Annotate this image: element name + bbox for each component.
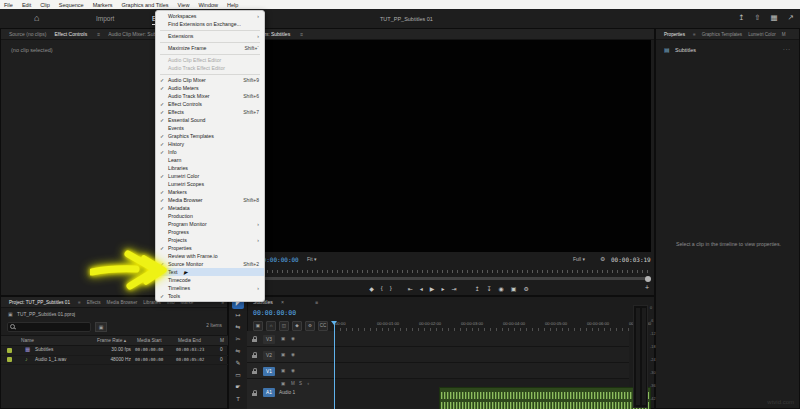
rectangle-tool[interactable]: ▭ <box>232 370 244 381</box>
panel-menu-icon[interactable]: ≡ <box>300 31 303 37</box>
share-icon[interactable]: ⇧ <box>754 13 760 22</box>
razor-tool[interactable]: ✂ <box>232 334 244 345</box>
track-badge-v2[interactable]: V2 <box>263 351 275 360</box>
menu-bar-item-view[interactable]: View <box>178 2 190 8</box>
sync-lock-icon[interactable]: ▣ <box>281 381 285 386</box>
timeline-ruler[interactable]: 00:0000:00:01:0000:00:02:0000:00:03:0000… <box>334 321 630 331</box>
menu-item-media-browser[interactable]: ✓Media BrowserShift+8 <box>156 196 264 204</box>
tab-effect-controls[interactable]: Effect Controls <box>55 31 88 37</box>
go-to-in-button[interactable]: ⇤ <box>408 285 413 292</box>
tab-project-tut-pp-subtitles-01[interactable]: Project: TUT_PP_Subtitles 01 <box>9 300 70 305</box>
table-row[interactable]: ♪Audio 1_1.wav48000 Hz00:00:00:0000:00:0… <box>1 355 229 366</box>
menu-item-lumetri-scopes[interactable]: Lumetri Scopes <box>156 180 264 188</box>
video-track-v3[interactable] <box>334 331 629 347</box>
menu-item-progress[interactable]: Progress <box>156 228 264 236</box>
menu-item-projects[interactable]: Projects› <box>156 236 264 244</box>
mark-out-button[interactable]: } <box>390 285 392 291</box>
menu-item-audio-meters[interactable]: ✓Audio Meters <box>156 84 264 92</box>
column-header-m[interactable]: M <box>220 338 224 343</box>
track-output-eye-icon[interactable]: ◉ <box>291 352 295 357</box>
menu-item-markers[interactable]: ✓Markers <box>156 188 264 196</box>
snap-icon[interactable]: ∩ <box>266 321 276 331</box>
home-icon[interactable]: ⌂ <box>34 13 39 23</box>
nest-toggle-icon[interactable]: ▣ <box>253 321 263 331</box>
monitor-mini-ruler[interactable] <box>247 268 651 273</box>
menu-bar-item-file[interactable]: File <box>4 2 13 8</box>
sync-lock-icon[interactable]: ▣ <box>281 352 285 357</box>
linked-selection-icon[interactable]: ◫ <box>279 321 289 331</box>
panel-menu-icon[interactable]: ≡ <box>97 31 100 37</box>
track-output-eye-icon[interactable]: ◉ <box>291 336 295 341</box>
sync-lock-icon[interactable]: ▣ <box>281 368 285 373</box>
tab-lumetri-color[interactable]: Lumetri Color <box>748 32 776 37</box>
play-button[interactable]: ▶ <box>430 285 435 292</box>
column-header-media-start[interactable]: Media Start <box>137 338 162 343</box>
menu-item-maximize-frame[interactable]: Maximize FrameShift+` <box>156 44 264 52</box>
menu-bar-item-window[interactable]: Window <box>198 2 218 8</box>
mark-in-button[interactable]: { <box>381 285 383 291</box>
track-select-tool[interactable]: ↦ <box>232 310 244 321</box>
menu-item-info[interactable]: ✓Info <box>156 148 264 156</box>
new-bin-button[interactable]: ▣ <box>95 322 107 332</box>
fullscreen-icon[interactable]: ↗ <box>788 13 794 22</box>
menu-item-events[interactable]: Events <box>156 124 264 132</box>
monitor-scrollbar-knob[interactable] <box>645 276 651 282</box>
track-badge-a1[interactable]: A1 <box>263 388 275 397</box>
breadcrumb[interactable]: TUT_PP_Subtitles 01.pproj <box>17 312 75 317</box>
nav-import[interactable]: Import <box>96 15 114 22</box>
menu-bar-item-clip[interactable]: Clip <box>40 2 49 8</box>
timeline-timecode[interactable]: 00:00:00:00 <box>253 309 296 317</box>
menu-item-graphics-templates[interactable]: ✓Graphics Templates <box>156 132 264 140</box>
extract-button[interactable]: ↧ <box>487 285 492 292</box>
menu-item-libraries[interactable]: Libraries <box>156 164 264 172</box>
add-marker-button[interactable]: ◆ <box>369 285 374 292</box>
menu-item-learn[interactable]: Learn <box>156 156 264 164</box>
column-header-media-end[interactable]: Media End <box>178 338 201 343</box>
solo-button[interactable]: S <box>299 381 302 386</box>
panel-menu-icon[interactable]: ≡ <box>693 32 696 37</box>
quick-export-icon[interactable]: ↥ <box>738 13 744 22</box>
slip-tool[interactable]: ⇋ <box>232 346 244 357</box>
tab-m[interactable]: M <box>782 32 786 37</box>
menu-item-find-extensions-on-exchange[interactable]: Find Extensions on Exchange... <box>156 20 264 28</box>
zoom-level-dropdown[interactable]: Fit ▾ <box>307 256 316 262</box>
lock-icon[interactable] <box>252 352 257 358</box>
lock-icon[interactable] <box>252 368 257 374</box>
timeline-settings-icon[interactable]: ⚙ <box>305 321 315 331</box>
step-back-button[interactable]: ◂ <box>420 285 423 292</box>
track-output-eye-icon[interactable]: ◉ <box>291 368 295 373</box>
menu-item-program-monitor[interactable]: Program Monitor› <box>156 220 264 228</box>
column-header-frame-rate[interactable]: Frame Rate ▴ <box>97 338 126 343</box>
ripple-edit-tool[interactable]: ⇆ <box>232 322 244 333</box>
menu-item-metadata[interactable]: ✓Metadata <box>156 204 264 212</box>
pen-tool[interactable]: ✎ <box>232 358 244 369</box>
menu-item-production[interactable]: Production <box>156 212 264 220</box>
tab-effects[interactable]: Effects <box>87 300 101 305</box>
menu-item-audio-track-mixer[interactable]: Audio Track MixerShift+6 <box>156 92 264 100</box>
tab-media-browser[interactable]: Media Browser <box>107 300 138 305</box>
menu-item-effects[interactable]: ✓EffectsShift+7 <box>156 108 264 116</box>
close-icon[interactable]: × <box>281 299 284 305</box>
menu-bar-item-graphics-and-titles[interactable]: Graphics and Titles <box>122 2 169 8</box>
workspaces-icon[interactable]: ▦ <box>771 13 778 22</box>
menu-bar-item-help[interactable]: Help <box>227 2 238 8</box>
menu-item-lumetri-color[interactable]: ✓Lumetri Color <box>156 172 264 180</box>
type-tool[interactable]: T <box>232 394 244 405</box>
menu-bar-item-edit[interactable]: Edit <box>22 2 31 8</box>
tab-graphics-templates[interactable]: Graphics Templates <box>702 32 743 37</box>
export-frame-button[interactable]: ◉ <box>499 285 504 292</box>
comparison-view-button[interactable]: ▣ <box>511 285 517 292</box>
panel-menu-icon[interactable]: ≡ <box>78 300 81 305</box>
menu-item-tools[interactable]: ✓Tools <box>156 292 264 300</box>
lock-icon[interactable] <box>252 390 257 396</box>
hand-tool[interactable]: ☛ <box>232 382 244 393</box>
menu-bar-item-sequence[interactable]: Sequence <box>59 2 84 8</box>
menu-item-workspaces[interactable]: Workspaces› <box>156 12 264 20</box>
button-editor-button[interactable]: + <box>645 284 649 291</box>
track-badge-v3[interactable]: V3 <box>263 335 275 344</box>
menu-item-effect-controls[interactable]: ✓Effect Controls <box>156 100 264 108</box>
tab-properties[interactable]: Properties <box>664 32 685 37</box>
lift-button[interactable]: ↥ <box>475 285 480 292</box>
add-marker-icon[interactable]: ◆ <box>292 321 302 331</box>
properties-item-subtitles[interactable]: Subtitles <box>675 47 696 53</box>
